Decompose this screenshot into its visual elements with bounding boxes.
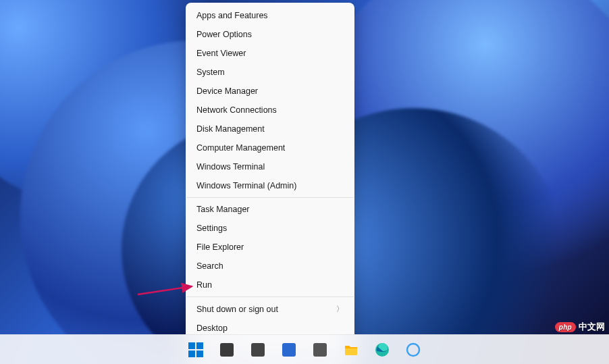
menu-label: File Explorer — [196, 242, 244, 252]
menu-item-power-options[interactable]: Power Options — [186, 25, 354, 44]
menu-item-apps-and-features[interactable]: Apps and Features — [186, 6, 354, 25]
svg-rect-6 — [251, 343, 265, 357]
menu-label: Search — [196, 261, 223, 271]
menu-item-computer-management[interactable]: Computer Management — [186, 138, 354, 157]
menu-label: Windows Terminal — [196, 162, 265, 172]
watermark-text: 中文网 — [579, 321, 605, 333]
menu-label: Run — [196, 280, 212, 290]
menu-label: Task Manager — [196, 205, 250, 214]
menu-label: Device Manager — [196, 86, 258, 96]
menu-label: Shut down or sign out — [196, 305, 278, 314]
menu-label: Power Options — [196, 30, 252, 39]
menu-item-run[interactable]: Run — [186, 276, 354, 294]
menu-item-task-manager[interactable]: Task Manager — [186, 200, 354, 219]
menu-label: Computer Management — [196, 143, 285, 153]
menu-item-file-explorer[interactable]: File Explorer — [186, 238, 354, 257]
taskbar-app-2[interactable] — [244, 336, 271, 363]
menu-label: Event Viewer — [196, 49, 246, 58]
app-icon — [219, 342, 235, 358]
menu-label: Windows Terminal (Admin) — [196, 181, 296, 190]
menu-item-shut-down-or-sign-out[interactable]: Shut down or sign out 〉 — [186, 299, 354, 319]
menu-label: Desktop — [196, 323, 228, 333]
menu-item-windows-terminal[interactable]: Windows Terminal — [186, 157, 354, 176]
folder-icon — [343, 342, 359, 358]
svg-rect-7 — [282, 343, 296, 357]
taskbar — [0, 334, 609, 364]
menu-label: Network Connections — [196, 105, 277, 115]
chevron-right-icon: 〉 — [336, 304, 344, 314]
svg-point-10 — [407, 344, 419, 356]
menu-item-device-manager[interactable]: Device Manager — [186, 82, 354, 101]
svg-rect-8 — [313, 343, 327, 357]
taskbar-app-1[interactable] — [213, 336, 240, 363]
menu-item-settings[interactable]: Settings — [186, 219, 354, 238]
taskbar-file-explorer[interactable] — [338, 336, 365, 363]
svg-rect-3 — [188, 350, 195, 357]
menu-item-event-viewer[interactable]: Event Viewer — [186, 44, 354, 63]
menu-separator — [186, 197, 354, 198]
menu-label: Disk Management — [196, 124, 265, 134]
menu-label: System — [196, 68, 225, 77]
watermark: php 中文网 — [555, 321, 605, 333]
svg-rect-2 — [196, 342, 203, 349]
app-icon — [281, 342, 297, 358]
taskbar-app-4[interactable] — [307, 336, 334, 363]
menu-label: Settings — [196, 224, 227, 233]
menu-item-network-connections[interactable]: Network Connections — [186, 101, 354, 120]
menu-separator — [186, 296, 354, 297]
svg-rect-4 — [196, 350, 203, 357]
menu-item-disk-management[interactable]: Disk Management — [186, 120, 354, 138]
edge-icon — [374, 342, 390, 358]
taskbar-edge[interactable] — [369, 336, 396, 363]
taskbar-cortana[interactable] — [400, 336, 427, 363]
menu-item-windows-terminal-admin[interactable]: Windows Terminal (Admin) — [186, 176, 354, 195]
app-icon — [312, 342, 328, 358]
start-button[interactable] — [182, 336, 209, 363]
windows-logo-icon — [188, 342, 203, 357]
app-icon — [250, 342, 266, 358]
cortana-icon — [405, 342, 421, 358]
winx-context-menu: Apps and Features Power Options Event Vi… — [186, 3, 354, 360]
svg-rect-1 — [188, 342, 195, 349]
menu-item-search[interactable]: Search — [186, 257, 354, 276]
menu-item-system[interactable]: System — [186, 63, 354, 82]
watermark-badge: php — [555, 322, 576, 332]
svg-rect-5 — [220, 343, 234, 357]
menu-label: Apps and Features — [196, 11, 268, 20]
taskbar-app-3[interactable] — [275, 336, 302, 363]
